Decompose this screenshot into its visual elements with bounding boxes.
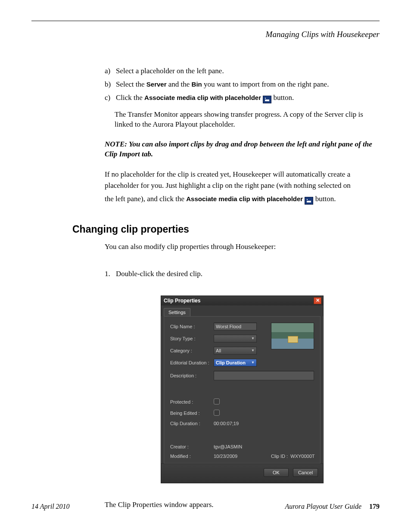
modified-value: 10/23/2009 [214, 454, 268, 459]
description-input[interactable] [214, 371, 314, 380]
step-1: 1. Double-click the desired clip. [105, 270, 380, 278]
if-no-placeholder-para-2: the left pane), and click the Associate … [105, 193, 380, 205]
ok-button[interactable]: OK [264, 468, 289, 477]
transfer-monitor-paragraph: The Transfer Monitor appears showing tra… [115, 110, 380, 130]
cancel-button[interactable]: Cancel [293, 468, 318, 477]
tab-settings[interactable]: Settings [164, 308, 190, 316]
step-text: Click the Associate media clip with plac… [116, 92, 294, 103]
footer-guide: Aurora Playout User Guide [285, 503, 361, 510]
footer-date: 14 April 2010 [31, 503, 70, 510]
section-heading: Changing clip properties [72, 224, 380, 235]
label-clip-duration: Clip Duration : [170, 421, 211, 426]
footer-page-number: 179 [369, 503, 380, 510]
step-b: b) Select the Server and the Bin you wan… [105, 78, 380, 90]
creator-value: tgv@JASMIN [214, 444, 268, 449]
if-no-placeholder-para-1: If no placeholder for the clip is create… [105, 169, 380, 191]
dialog-body: Clip Name : Story Type : ▼ Category : Al… [164, 316, 321, 464]
step-marker: c) [105, 92, 112, 103]
bin-label: Bin [192, 81, 202, 88]
step-a: a) Select a placeholder on the left pane… [105, 65, 380, 77]
step-text: Select the Server and the Bin you want t… [116, 78, 329, 90]
chapter-title: Managing Clips with Housekeeper [31, 30, 380, 39]
clip-thumbnail [271, 323, 314, 349]
chevron-down-icon: ▼ [251, 336, 255, 340]
server-label: Server [146, 81, 167, 88]
associate-button-label: Associate media clip with placeholder [144, 94, 261, 101]
clip-id-value: WXY0000T [290, 454, 314, 459]
associate-button-label: Associate media clip with placeholder [186, 195, 303, 202]
being-edited-checkbox[interactable] [214, 410, 220, 416]
clip-name-input[interactable] [214, 323, 257, 330]
label-clip-name: Clip Name : [170, 324, 211, 329]
numbered-step-list: 1. Double-click the desired clip. [105, 270, 380, 278]
chevron-down-icon: ▼ [251, 361, 255, 364]
close-icon[interactable]: ✕ [314, 297, 321, 304]
step-marker: b) [105, 78, 112, 90]
step-c: c) Click the Associate media clip with p… [105, 92, 380, 103]
step-marker: 1. [105, 270, 112, 278]
section-intro: You can also modify clip properties thro… [105, 241, 380, 252]
label-description: Description : [170, 373, 211, 378]
label-creator: Creator : [170, 444, 211, 449]
story-type-select[interactable]: ▼ [214, 335, 257, 342]
dialog-title-text: Clip Properties [164, 298, 200, 304]
label-being-edited: Being Edited : [170, 411, 211, 416]
category-select[interactable]: All▼ [214, 347, 257, 355]
chevron-down-icon: ▼ [251, 348, 255, 352]
step-text: Double-click the desired clip. [116, 270, 202, 278]
label-story-type: Story Type : [170, 336, 211, 341]
clip-duration-value: 00:00:07;19 [214, 421, 268, 426]
dialog-titlebar[interactable]: Clip Properties ✕ [161, 296, 323, 305]
protected-checkbox[interactable] [214, 398, 220, 404]
alpha-step-list: a) Select a placeholder on the left pane… [105, 65, 380, 104]
note-block: NOTE: You can also import clips by drag … [105, 140, 380, 159]
label-editorial-duration: Editorial Duration : [170, 360, 211, 365]
label-protected: Protected : [170, 399, 211, 404]
step-text: Select a placeholder on the left pane. [116, 65, 224, 77]
associate-media-icon [263, 96, 271, 103]
label-modified: Modified : [170, 454, 211, 459]
step-marker: a) [105, 65, 112, 77]
editorial-duration-select[interactable]: Clip Duration▼ [214, 359, 257, 367]
clip-id-row: Clip ID : WXY0000T [271, 454, 314, 459]
clip-properties-dialog: Clip Properties ✕ Settings Clip Name : S… [161, 296, 324, 483]
page-footer: 14 April 2010 Aurora Playout User Guide … [31, 503, 380, 510]
associate-media-icon [305, 197, 313, 205]
label-category: Category : [170, 348, 211, 353]
